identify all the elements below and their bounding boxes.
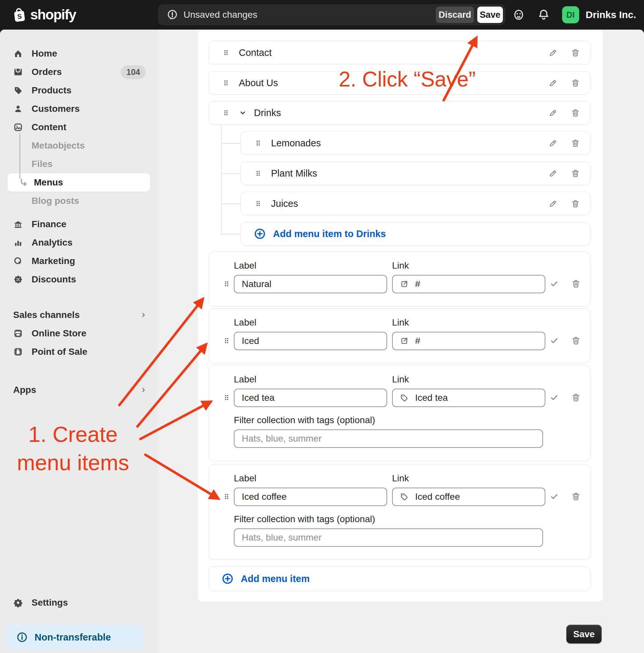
sidebar-item-online-store[interactable]: Online Store — [0, 324, 158, 343]
sidebar-item-customers[interactable]: Customers — [0, 100, 158, 118]
menu-item-editor-iced: Label Link — [208, 308, 590, 363]
sidebar-item-content[interactable]: Content — [0, 118, 158, 137]
drag-handle-icon[interactable] — [222, 280, 231, 288]
label-field-heading: Label — [234, 374, 387, 385]
edit-pencil-icon[interactable] — [548, 169, 557, 178]
drag-handle-icon[interactable] — [222, 492, 231, 501]
link-input[interactable] — [414, 335, 538, 346]
delete-trash-icon[interactable] — [571, 48, 580, 57]
label-input[interactable] — [241, 279, 380, 290]
shopify-wordmark: shopify — [30, 7, 76, 23]
sidebar-item-settings[interactable]: Settings — [0, 594, 158, 612]
menu-row-lemonades[interactable]: Lemonades — [240, 131, 590, 155]
delete-trash-icon[interactable] — [571, 336, 581, 347]
confirm-check-icon[interactable] — [549, 393, 559, 404]
save-button-footer[interactable]: Save — [566, 625, 601, 644]
menu-row-juices[interactable]: Juices — [240, 192, 590, 215]
add-menu-item-card: Add menu item — [208, 566, 590, 591]
storefront-icon — [13, 328, 23, 339]
delete-trash-icon[interactable] — [571, 78, 580, 88]
delete-trash-icon[interactable] — [571, 279, 581, 290]
bell-icon[interactable] — [537, 8, 550, 21]
discount-badge-icon — [13, 274, 23, 284]
label-input[interactable] — [241, 335, 380, 346]
edit-pencil-icon[interactable] — [548, 199, 557, 209]
edit-pencil-icon[interactable] — [548, 48, 557, 57]
confirm-check-icon[interactable] — [549, 491, 559, 503]
plus-circle-icon — [254, 228, 266, 240]
label-input[interactable] — [241, 392, 380, 404]
tag-outline-icon — [399, 492, 409, 502]
sidebar-item-blog-posts[interactable]: Blog posts — [0, 192, 158, 210]
drag-handle-icon[interactable] — [254, 169, 262, 177]
bank-icon — [13, 219, 23, 229]
sidebar-item-finance[interactable]: Finance — [0, 215, 158, 234]
store-avatar[interactable]: DI — [562, 6, 579, 23]
sidebar-item-marketing[interactable]: Marketing — [0, 252, 158, 270]
delete-trash-icon[interactable] — [571, 108, 580, 118]
pos-bag-icon — [13, 346, 23, 357]
apps-header[interactable]: Apps — [0, 381, 158, 399]
edit-pencil-icon[interactable] — [548, 108, 557, 118]
link-input[interactable] — [414, 491, 538, 502]
store-name[interactable]: Drinks Inc. — [586, 9, 636, 20]
drag-handle-icon[interactable] — [254, 199, 262, 208]
delete-trash-icon[interactable] — [571, 169, 580, 178]
filter-field-heading: Filter collection with tags (optional) — [234, 514, 580, 525]
link-field-heading: Link — [392, 473, 545, 484]
drag-handle-icon[interactable] — [222, 48, 230, 57]
label-field-heading: Label — [234, 317, 387, 328]
external-link-icon — [399, 336, 409, 346]
tag-icon — [13, 86, 23, 95]
shopify-logo: S shopify — [12, 0, 76, 30]
menu-row-contact[interactable]: Contact — [208, 41, 590, 65]
sidebar-item-menus-active[interactable]: Menus — [7, 173, 150, 192]
sidebar-item-discounts[interactable]: Discounts — [0, 270, 158, 289]
menu-row-plant-milks[interactable]: Plant Milks — [240, 162, 590, 185]
sidebar-item-home[interactable]: Home — [0, 44, 158, 63]
sales-channels-header[interactable]: Sales channels — [0, 306, 158, 324]
sidebar-item-analytics[interactable]: Analytics — [0, 234, 158, 252]
drag-handle-icon[interactable] — [222, 108, 230, 117]
sidebar-item-files[interactable]: Files — [0, 155, 158, 173]
confirm-check-icon[interactable] — [549, 336, 559, 347]
menu-row-drinks[interactable]: Drinks — [208, 101, 590, 125]
sidebar-item-metaobjects[interactable]: Metaobjects — [0, 137, 158, 155]
delete-trash-icon[interactable] — [571, 491, 581, 503]
info-icon — [16, 631, 28, 643]
confirm-check-icon[interactable] — [549, 279, 559, 290]
label-field-heading: Label — [234, 260, 387, 271]
delete-trash-icon[interactable] — [571, 139, 580, 148]
bar-chart-icon — [13, 238, 23, 248]
link-field-heading: Link — [392, 374, 545, 385]
edit-pencil-icon[interactable] — [548, 139, 557, 148]
delete-trash-icon[interactable] — [571, 199, 580, 209]
sidebar-item-point-of-sale[interactable]: Point of Sale — [0, 343, 158, 361]
person-icon — [13, 104, 23, 114]
label-input[interactable] — [241, 491, 380, 502]
sidebar-item-products[interactable]: Products — [0, 81, 158, 100]
shopify-admin: S shopify Unsaved changes Discard Save — [0, 0, 644, 653]
save-button-top[interactable]: Save — [477, 6, 503, 23]
menu-row-about-us[interactable]: About Us — [208, 71, 590, 95]
edit-pencil-icon[interactable] — [548, 78, 557, 88]
link-input[interactable] — [414, 392, 538, 404]
non-transferable-banner: Non-transferable — [6, 625, 144, 650]
drag-handle-icon[interactable] — [222, 79, 230, 87]
mask-icon[interactable] — [512, 8, 525, 21]
filter-tags-input[interactable] — [241, 532, 536, 543]
drag-handle-icon[interactable] — [222, 336, 231, 345]
label-field-heading: Label — [234, 473, 387, 484]
chevron-down-icon[interactable] — [238, 108, 247, 117]
add-menu-item-to-drinks-button[interactable]: Add menu item to Drinks — [254, 228, 386, 240]
sidebar: Home Orders 104 Products Customers — [0, 30, 158, 653]
drag-handle-icon[interactable] — [222, 393, 231, 402]
drinks-children-group: Lemonades Plant Milks — [198, 131, 603, 246]
filter-tags-input[interactable] — [241, 433, 536, 444]
link-input[interactable] — [414, 279, 538, 290]
delete-trash-icon[interactable] — [571, 393, 581, 404]
discard-button[interactable]: Discard — [436, 6, 474, 23]
add-menu-item-button[interactable]: Add menu item — [222, 573, 310, 585]
sidebar-item-orders[interactable]: Orders 104 — [0, 63, 158, 81]
drag-handle-icon[interactable] — [254, 139, 262, 147]
